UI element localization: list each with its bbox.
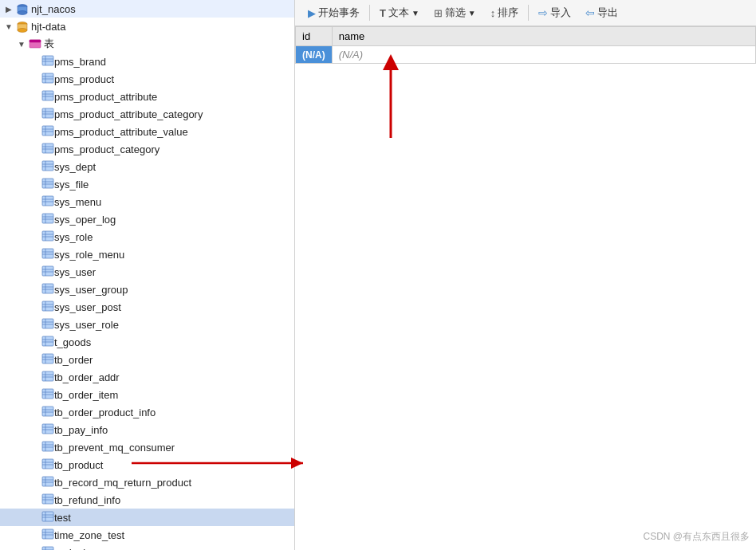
tree-node-tb_order_addr[interactable]: tb_order_addr bbox=[0, 368, 294, 386]
svg-rect-28 bbox=[42, 143, 53, 153]
tree-node-time_zone_test[interactable]: time_zone_test bbox=[0, 526, 294, 544]
db-icon bbox=[16, 3, 29, 14]
tree-node-tb_prevent_mq_consumer[interactable]: tb_prevent_mq_consumer bbox=[0, 438, 294, 456]
table-icon bbox=[41, 177, 54, 192]
table-row[interactable]: (N/A) (N/A) bbox=[296, 46, 756, 64]
toolbar: ▶ 开始事务 T 文本 ▼ ⊞ 筛选 ▼ ↕ 排序 ⇨ 导入 ⇦ bbox=[295, 0, 756, 26]
tree-node-tb_order[interactable]: tb_order bbox=[0, 351, 294, 368]
tree-node-sys_oper_log[interactable]: sys_oper_log bbox=[0, 210, 294, 228]
export-button[interactable]: ⇦ 导出 bbox=[579, 3, 624, 22]
svg-rect-108 bbox=[42, 494, 53, 504]
row-name-value: (N/A) bbox=[339, 49, 363, 61]
tree-node-tb_pay_info[interactable]: tb_pay_info bbox=[0, 421, 294, 438]
svg-rect-60 bbox=[42, 284, 53, 293]
svg-rect-12 bbox=[42, 73, 53, 83]
table-icon bbox=[41, 422, 54, 438]
svg-rect-88 bbox=[42, 407, 53, 416]
table-icon bbox=[41, 317, 54, 332]
table-icon bbox=[41, 493, 54, 508]
import-button[interactable]: ⇨ 导入 bbox=[532, 3, 577, 22]
table-icon bbox=[41, 387, 54, 403]
node-label: tb_refund_info bbox=[54, 494, 120, 506]
tree-node-sys_menu[interactable]: sys_menu bbox=[0, 193, 294, 210]
tree-node-pms_product_attribute_category[interactable]: pms_product_attribute_category bbox=[0, 105, 294, 123]
node-label: sys_dept bbox=[54, 161, 96, 173]
table-icon bbox=[41, 142, 54, 157]
begin-transaction-button[interactable]: ▶ 开始事务 bbox=[301, 3, 366, 22]
svg-rect-56 bbox=[42, 266, 53, 276]
tree-node-pms_product_category[interactable]: pms_product_category bbox=[0, 140, 294, 158]
separator bbox=[528, 5, 529, 21]
tree-node-sys_role_menu[interactable]: sys_role_menu bbox=[0, 246, 294, 263]
tree-node-sys_user_role[interactable]: sys_user_role bbox=[0, 316, 294, 333]
tree-node-tb_order_product_info[interactable]: tb_order_product_info bbox=[0, 403, 294, 421]
tree-node-undo_log[interactable]: undo_log bbox=[0, 544, 294, 550]
tree-node-sys_role[interactable]: sys_role bbox=[0, 228, 294, 246]
node-label: tb_order bbox=[54, 354, 93, 366]
node-label: sys_oper_log bbox=[54, 214, 116, 226]
svg-point-5 bbox=[18, 29, 27, 33]
tree-node-sys_user_group[interactable]: sys_user_group bbox=[0, 281, 294, 298]
svg-rect-76 bbox=[42, 354, 53, 363]
tree-node-tb_product[interactable]: tb_product bbox=[0, 456, 294, 473]
tree-node-sys_dept[interactable]: sys_dept bbox=[0, 158, 294, 175]
tree-node-sys_file[interactable]: sys_file bbox=[0, 175, 294, 193]
tree-node-tables[interactable]: 表 bbox=[0, 35, 294, 53]
database-tree[interactable]: njt_nacos hjt-data 表 bbox=[0, 0, 295, 550]
tree-node-test[interactable]: test bbox=[0, 509, 294, 526]
tree-node-sys_user_post[interactable]: sys_user_post bbox=[0, 298, 294, 316]
node-label: 表 bbox=[44, 37, 54, 51]
node-label: undo_log bbox=[54, 547, 97, 551]
tree-node-sys_user[interactable]: sys_user bbox=[0, 263, 294, 281]
cell-id[interactable]: (N/A) bbox=[296, 46, 333, 64]
svg-rect-80 bbox=[42, 371, 53, 381]
sort-button[interactable]: ↕ 排序 bbox=[484, 3, 526, 22]
table-icon bbox=[41, 265, 54, 280]
tree-node-hjt-data[interactable]: hjt-data bbox=[0, 18, 294, 35]
node-label: hjt-data bbox=[31, 21, 65, 33]
tree-node-tb_refund_info[interactable]: tb_refund_info bbox=[0, 491, 294, 509]
table-icon bbox=[41, 54, 54, 69]
export-label: 导出 bbox=[597, 6, 618, 20]
col-id[interactable]: id bbox=[296, 27, 333, 46]
svg-rect-44 bbox=[42, 214, 53, 223]
svg-rect-64 bbox=[42, 301, 53, 311]
table-icon bbox=[41, 370, 54, 385]
cell-name[interactable]: (N/A) bbox=[332, 46, 755, 64]
table-icon bbox=[41, 405, 54, 420]
col-name[interactable]: name bbox=[332, 27, 755, 46]
expand-arrow bbox=[3, 3, 14, 14]
tree-node-pms_product_attribute[interactable]: pms_product_attribute bbox=[0, 88, 294, 105]
table-icon bbox=[41, 440, 54, 455]
expand-arrow bbox=[16, 38, 27, 49]
text-button[interactable]: T 文本 ▼ bbox=[373, 3, 426, 22]
tree-node-tb_record_mq_return_product[interactable]: tb_record_mq_return_product bbox=[0, 473, 294, 491]
tree-node-tb_order_item[interactable]: tb_order_item bbox=[0, 386, 294, 403]
svg-rect-20 bbox=[42, 108, 53, 118]
node-label: test bbox=[54, 512, 71, 524]
tree-node-pms_product[interactable]: pms_product bbox=[0, 70, 294, 88]
svg-rect-84 bbox=[42, 389, 53, 399]
table-icon bbox=[41, 124, 54, 139]
table-icon bbox=[41, 212, 54, 227]
table-icon bbox=[41, 510, 54, 525]
table-icon bbox=[41, 230, 54, 245]
svg-rect-96 bbox=[42, 442, 53, 451]
table-icon bbox=[41, 194, 54, 210]
filter-button[interactable]: ⊞ 筛选 ▼ bbox=[427, 3, 482, 22]
begin-tx-label: 开始事务 bbox=[318, 6, 360, 20]
node-label: tb_order_product_info bbox=[54, 407, 156, 418]
tree-node-t_goods[interactable]: t_goods bbox=[0, 333, 294, 351]
table-icon bbox=[41, 89, 54, 104]
result-table: id name (N/A) (N/A) bbox=[295, 26, 756, 64]
svg-rect-40 bbox=[42, 196, 53, 206]
node-label: tb_order_item bbox=[54, 389, 118, 401]
tree-node-pms_brand[interactable]: pms_brand bbox=[0, 53, 294, 70]
node-label: tb_order_addr bbox=[54, 371, 120, 383]
node-label: sys_user_group bbox=[54, 284, 128, 296]
tree-node-pms_product_attribute_value[interactable]: pms_product_attribute_value bbox=[0, 123, 294, 140]
tree-node-njt-nacos[interactable]: njt_nacos bbox=[0, 0, 294, 18]
svg-rect-92 bbox=[42, 424, 53, 434]
node-label: tb_record_mq_return_product bbox=[54, 477, 191, 489]
svg-rect-16 bbox=[42, 91, 53, 100]
